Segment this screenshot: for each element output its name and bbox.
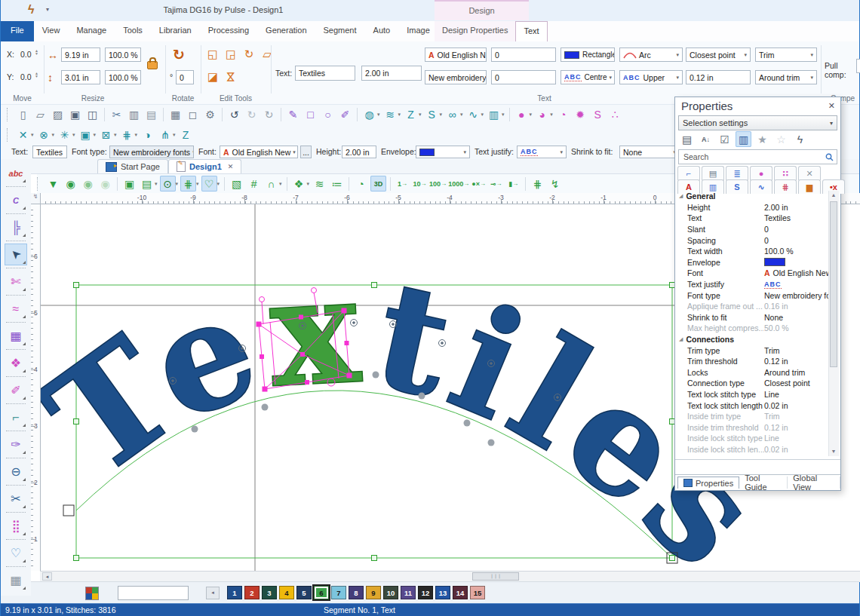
expander-icon[interactable]: ◢ bbox=[679, 336, 683, 342]
current-thread-swatch[interactable] bbox=[118, 586, 189, 600]
property-value[interactable]: None bbox=[764, 313, 830, 322]
expander-icon[interactable]: ◢ bbox=[679, 193, 683, 199]
palette-scroll-arrow-icon[interactable]: ◂ bbox=[206, 587, 220, 599]
panel-scrollbar[interactable]: ▲ ▼ bbox=[828, 191, 839, 456]
z-fill-icon[interactable]: Z bbox=[178, 127, 194, 143]
section-header-connections[interactable]: ◢Connections bbox=[675, 334, 830, 345]
undo-icon[interactable]: ↺ bbox=[226, 107, 242, 123]
cross-stitch-icon[interactable]: ✕ bbox=[15, 127, 31, 143]
step-10-icon[interactable]: 10→ bbox=[412, 176, 428, 192]
property-row[interactable]: Shrink to fitNone bbox=[675, 312, 830, 323]
motif-rotate-icon[interactable]: ◕ bbox=[534, 107, 550, 123]
merge-icon[interactable]: ◪ bbox=[204, 69, 221, 85]
panel-scroll-thumb[interactable] bbox=[830, 201, 837, 367]
menu-tab-segment[interactable]: Segment bbox=[315, 21, 365, 41]
connection-dot[interactable] bbox=[488, 440, 495, 446]
menu-tab-view[interactable]: View bbox=[34, 21, 69, 41]
menu-tab-generation[interactable]: Generation bbox=[257, 21, 315, 41]
save-icon[interactable]: ▣ bbox=[67, 107, 83, 123]
column-stitch-icon[interactable]: ≋ bbox=[382, 107, 398, 123]
ellipse-tool-icon[interactable]: ○ bbox=[320, 107, 336, 123]
ribbon-slant-field[interactable]: 0 bbox=[491, 48, 556, 62]
stitch-segments-icon[interactable]: ⋕ bbox=[180, 176, 196, 192]
zoom-stitch-icon-caret[interactable]: ▾ bbox=[176, 181, 179, 187]
fan-tool-icon[interactable]: ❖ bbox=[5, 352, 27, 374]
image-tool-icon[interactable]: ▦ bbox=[5, 325, 27, 347]
show-all-eye-icon[interactable]: ◉ bbox=[63, 176, 78, 192]
tab-connections-icon[interactable]: ⌐ bbox=[677, 166, 700, 180]
double-cross-stitch-icon[interactable]: ⊗ bbox=[36, 127, 52, 143]
magnet-snap-icon-caret[interactable]: ▾ bbox=[279, 181, 282, 187]
horizontal-scrollbar[interactable]: ◂ ❘❘❘ bbox=[40, 571, 860, 582]
handle-mid-left[interactable] bbox=[74, 419, 79, 424]
toolbar-grip[interactable] bbox=[37, 177, 41, 191]
ribbon-envelope-dropdown[interactable]: Rectangle▾ bbox=[561, 48, 615, 62]
column-frame-stitch-icon-caret[interactable]: ▾ bbox=[502, 112, 505, 118]
bring-forward-icon[interactable]: ◱ bbox=[204, 46, 221, 63]
property-row[interactable]: Trim typeTrim bbox=[675, 345, 830, 356]
font-type-dropdown[interactable]: New embroidery fonts▾ bbox=[109, 146, 194, 158]
menu-tab-manage[interactable]: Manage bbox=[68, 21, 115, 41]
s-curve-stitch-icon[interactable]: S bbox=[424, 107, 440, 123]
property-value[interactable]: 0.02 in bbox=[764, 401, 830, 410]
property-value[interactable]: Trim bbox=[764, 412, 830, 421]
chain-stitch-icon-caret[interactable]: ▾ bbox=[460, 112, 463, 118]
ribbon-height-field[interactable]: 2.00 in bbox=[361, 66, 422, 81]
magnet-snap-icon[interactable]: ∩ bbox=[263, 176, 279, 192]
screen-grid-view-icon-caret[interactable]: ▾ bbox=[155, 181, 158, 187]
property-value[interactable]: 0 bbox=[764, 225, 830, 234]
tab-tools-icon[interactable]: ✕ bbox=[798, 166, 821, 180]
stitch-player-icon[interactable]: ◔ bbox=[353, 176, 369, 192]
chain-stitch-icon[interactable]: ∞ bbox=[444, 107, 460, 123]
handle-bottom-right[interactable] bbox=[670, 556, 675, 561]
property-value[interactable]: Trim bbox=[764, 346, 830, 355]
property-row[interactable]: Font typeNew embroidery fonts bbox=[675, 290, 830, 301]
envelope-dropdown[interactable]: ▾ bbox=[416, 146, 470, 158]
property-row[interactable]: Text lock stitch length0.02 in bbox=[675, 400, 830, 411]
property-row[interactable]: Text width100.0 % bbox=[675, 246, 830, 257]
knife-tool-icon[interactable]: ✐ bbox=[5, 379, 27, 401]
property-row[interactable]: Connection typeClosest point bbox=[675, 378, 830, 389]
property-value[interactable]: AOld English New bbox=[764, 268, 830, 277]
property-value[interactable]: 0.12 in bbox=[764, 423, 830, 432]
stitch-walk-icon[interactable]: ↯ bbox=[547, 176, 563, 192]
property-row[interactable]: FontAOld English New bbox=[675, 268, 830, 279]
x-value[interactable]: 0.0 bbox=[20, 50, 32, 59]
machine-tool-icon[interactable]: ▦ bbox=[5, 569, 27, 591]
applique-frame-icon-caret[interactable]: ▾ bbox=[94, 132, 97, 138]
step-pin-icon[interactable]: ⊸→ bbox=[488, 176, 504, 192]
toolbar-grip[interactable] bbox=[7, 108, 11, 121]
envelope-view-icon-caret[interactable]: ▾ bbox=[217, 181, 220, 187]
motif-s-icon[interactable]: S bbox=[590, 107, 606, 123]
tab-start-page[interactable]: Start Page bbox=[97, 159, 168, 173]
connection-dot[interactable] bbox=[262, 404, 269, 411]
property-value[interactable]: 0.16 in bbox=[764, 302, 830, 311]
scrollbar-thumb[interactable]: ❘❘❘ bbox=[472, 572, 519, 581]
envelope-view-icon[interactable]: ♡ bbox=[201, 176, 217, 192]
property-row[interactable]: Envelope bbox=[675, 257, 830, 268]
motif-select-icon[interactable]: ◔ bbox=[555, 107, 571, 123]
column-frame-stitch-icon[interactable]: ▥ bbox=[486, 107, 502, 123]
stitch-graph-icon[interactable]: ⋕ bbox=[530, 176, 545, 192]
panel-tab-global-view[interactable]: Global View bbox=[788, 477, 840, 489]
ribbon-locks-dropdown[interactable]: Around trim▾ bbox=[755, 70, 817, 84]
palette-chip-9[interactable]: 9 bbox=[366, 586, 381, 599]
revert-icon[interactable]: ↻ bbox=[261, 107, 277, 123]
property-value[interactable]: Around trim bbox=[764, 368, 830, 377]
motif-ball-icon-caret[interactable]: ▾ bbox=[530, 112, 533, 118]
star-stitch-icon[interactable]: ✳ bbox=[57, 127, 72, 143]
wave-stitch-icon-caret[interactable]: ▾ bbox=[481, 112, 484, 118]
palette-chip-1[interactable]: 1 bbox=[227, 586, 242, 599]
yin-yang-fill-icon[interactable]: ◑ bbox=[140, 127, 155, 143]
tab-motif-icon[interactable]: ● bbox=[750, 166, 772, 180]
property-row[interactable]: Applique frame out ...0.16 in bbox=[675, 301, 830, 312]
app-lightning-icon[interactable]: ϟ bbox=[28, 3, 34, 17]
y-spinner[interactable]: ▲▼ bbox=[35, 72, 38, 78]
handle-bottom-center[interactable] bbox=[372, 556, 377, 561]
search-icon[interactable] bbox=[825, 153, 834, 161]
node-tool-icon[interactable]: ⌐ bbox=[5, 406, 27, 428]
justify-dropdown[interactable]: ABC▾ bbox=[517, 146, 567, 158]
width-percent-field[interactable]: 100.0 % bbox=[105, 48, 141, 62]
step-100-icon[interactable]: 100→ bbox=[429, 176, 447, 192]
connection-dot[interactable] bbox=[419, 393, 425, 400]
